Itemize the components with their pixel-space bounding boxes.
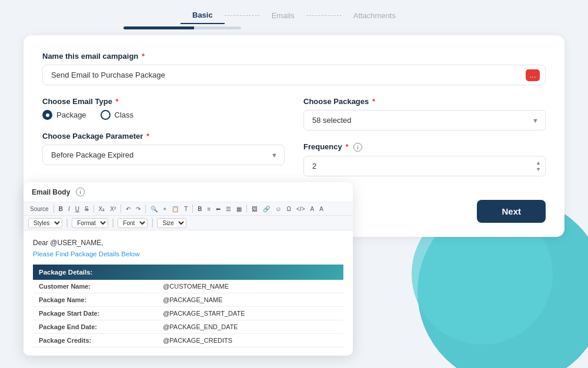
toolbar-center-btn[interactable]: ☰ xyxy=(224,205,233,213)
table-header: Package Details: xyxy=(33,265,343,280)
progress-bar xyxy=(123,26,241,29)
campaign-name-icon[interactable]: … xyxy=(526,69,540,81)
toolbar-styles-select[interactable]: Styles xyxy=(28,218,62,228)
toolbar-superscript-btn[interactable]: X² xyxy=(108,205,118,213)
campaign-name-row: Name this email campaign * … xyxy=(42,52,546,85)
packages-select-wrapper: 58 selected ▼ xyxy=(303,110,546,131)
tab-attachments-label: Attachments xyxy=(353,11,396,20)
table-cell-value: @PACKAGE_END_DATE xyxy=(157,320,343,334)
tab-basic[interactable]: Basic xyxy=(181,7,225,24)
toolbar-redo-btn[interactable]: ↷ xyxy=(134,205,142,213)
package-details-table: Package Details: Customer Name: @CUSTOME… xyxy=(33,265,343,347)
toolbar-font-select[interactable]: Font xyxy=(118,218,148,228)
packages-label-text: Choose Packages xyxy=(303,97,369,106)
table-cell-value: @PACKAGE_CREDITS xyxy=(157,334,343,347)
toolbar-table-btn[interactable]: ▦ xyxy=(235,205,243,213)
radio-class-label: Class xyxy=(115,111,134,119)
editor-body[interactable]: Dear @USER_NAME, Please Find Package Det… xyxy=(24,230,353,356)
toolbar-size-select[interactable]: Size xyxy=(157,218,186,228)
toolbar-format-btn[interactable]: A xyxy=(308,205,316,213)
toolbar-code-btn[interactable]: </> xyxy=(295,205,306,213)
editor-toolbar-row1: Source B I U S X₂ X² ↶ ↷ 🔍 + 📋 T B ≡ ⬅ ☰… xyxy=(24,202,353,216)
toolbar-omega-btn[interactable]: Ω xyxy=(285,205,293,213)
toolbar-justify-btn[interactable]: ≡ xyxy=(205,205,212,213)
toolbar-image-btn[interactable]: 🖼 xyxy=(250,205,259,213)
editor-greeting-text: Dear @USER_NAME, xyxy=(33,239,103,247)
radio-package[interactable]: Package xyxy=(42,110,86,120)
toolbar-undo-btn[interactable]: ↶ xyxy=(124,205,132,213)
toolbar-subscript-btn[interactable]: X₂ xyxy=(97,205,107,213)
toolbar-search-btn[interactable]: 🔍 xyxy=(149,205,159,213)
radio-package-label: Package xyxy=(56,111,86,119)
email-type-label: Choose Email Type * xyxy=(42,97,285,106)
radio-class-btn[interactable] xyxy=(101,110,111,120)
table-row: Customer Name: @CUSTOMER_NAME xyxy=(33,280,343,293)
table-row: Package Name: @PACKAGE_NAME xyxy=(33,293,343,307)
package-param-select[interactable]: Before Package Expired xyxy=(42,145,285,165)
toolbar-left-btn[interactable]: ⬅ xyxy=(214,205,222,213)
table-row: Package Start Date: @PACKAGE_START_DATE xyxy=(33,307,343,320)
table-row: Package End Date: @PACKAGE_END_DATE xyxy=(33,320,343,334)
frequency-label-text: Frequency xyxy=(303,142,342,151)
radio-package-btn[interactable] xyxy=(42,110,52,120)
toolbar-italic-btn[interactable]: I xyxy=(66,205,72,213)
table-cell-label: Package Credits: xyxy=(33,334,157,347)
tab-divider-1 xyxy=(225,15,260,16)
frequency-spinner-btns: ▲ ▼ xyxy=(536,160,541,172)
toolbar-strikethrough-btn[interactable]: S xyxy=(83,205,91,213)
toolbar-sep-1 xyxy=(54,205,54,213)
campaign-name-label: Name this email campaign * xyxy=(42,52,546,61)
frequency-info-icon[interactable]: i xyxy=(353,143,362,152)
tab-emails-label: Emails xyxy=(272,11,295,20)
campaign-name-input[interactable] xyxy=(42,65,546,85)
packages-select[interactable]: 58 selected xyxy=(303,110,546,131)
toolbar-format-select[interactable]: Format xyxy=(72,218,108,228)
frequency-up-btn[interactable]: ▲ xyxy=(536,160,541,166)
next-button-label: Next xyxy=(502,206,521,216)
two-col-section: Choose Email Type * Package Class xyxy=(42,97,546,188)
required-star-4: * xyxy=(372,97,375,106)
left-col: Choose Email Type * Package Class xyxy=(42,97,285,188)
frequency-down-btn[interactable]: ▼ xyxy=(536,167,541,172)
toolbar-bold2-btn[interactable]: B xyxy=(196,205,203,213)
next-button[interactable]: Next xyxy=(477,200,546,223)
toolbar-sep-2 xyxy=(93,205,94,213)
package-param-row: Choose Package Parameter * Before Packag… xyxy=(42,132,285,165)
toolbar-emoji-btn[interactable]: ☺ xyxy=(273,205,283,213)
toolbar-more-btn[interactable]: A xyxy=(318,205,325,213)
editor-body-link[interactable]: Please Find Package Details Below xyxy=(33,250,343,257)
campaign-name-input-wrapper: … xyxy=(42,65,546,85)
frequency-row: Frequency * i ▲ ▼ xyxy=(303,142,546,176)
toolbar-link-btn[interactable]: 🔗 xyxy=(261,205,272,213)
toolbar-zoomin-btn[interactable]: + xyxy=(161,205,168,213)
editor-header-info-icon[interactable]: i xyxy=(76,188,85,196)
toolbar-source-label: Source xyxy=(30,206,49,212)
toolbar-underline-btn[interactable]: U xyxy=(74,205,81,213)
tab-attachments[interactable]: Attachments xyxy=(342,8,407,24)
email-type-row: Choose Email Type * Package Class xyxy=(42,97,285,120)
email-editor-panel: Email Body i Source B I U S X₂ X² ↶ ↷ 🔍 … xyxy=(24,182,353,356)
editor-toolbar-row2: Styles | Format | Font | Size xyxy=(24,216,353,230)
toolbar-sep-4 xyxy=(145,205,146,213)
toolbar-sep-6 xyxy=(246,205,247,213)
toolbar-bold-btn[interactable]: B xyxy=(57,205,65,213)
tab-emails[interactable]: Emails xyxy=(260,8,306,24)
wizard-tabs: Basic Emails Attachments xyxy=(0,0,588,24)
editor-greeting: Dear @USER_NAME, xyxy=(33,239,343,247)
table-cell-label: Package Name: xyxy=(33,293,157,307)
radio-class[interactable]: Class xyxy=(101,110,134,120)
table-cell-value: @CUSTOMER_NAME xyxy=(157,280,343,293)
toolbar-row2-sep2: | xyxy=(112,218,114,228)
toolbar-paste-btn[interactable]: 📋 xyxy=(170,205,181,213)
table-cell-label: Package Start Date: xyxy=(33,307,157,320)
toolbar-pastetext-btn[interactable]: T xyxy=(182,205,189,213)
table-cell-value: @PACKAGE_NAME xyxy=(157,293,343,307)
radio-group: Package Class xyxy=(42,110,285,120)
email-type-label-text: Choose Email Type xyxy=(42,97,112,106)
frequency-input[interactable] xyxy=(303,156,546,176)
progress-bar-container xyxy=(0,26,588,29)
toolbar-source-btn[interactable]: Source xyxy=(28,205,51,213)
editor-body-link-text: Please Find Package Details Below xyxy=(33,250,140,257)
toolbar-row2-sep1: | xyxy=(66,218,68,228)
tab-divider-2 xyxy=(306,15,342,16)
